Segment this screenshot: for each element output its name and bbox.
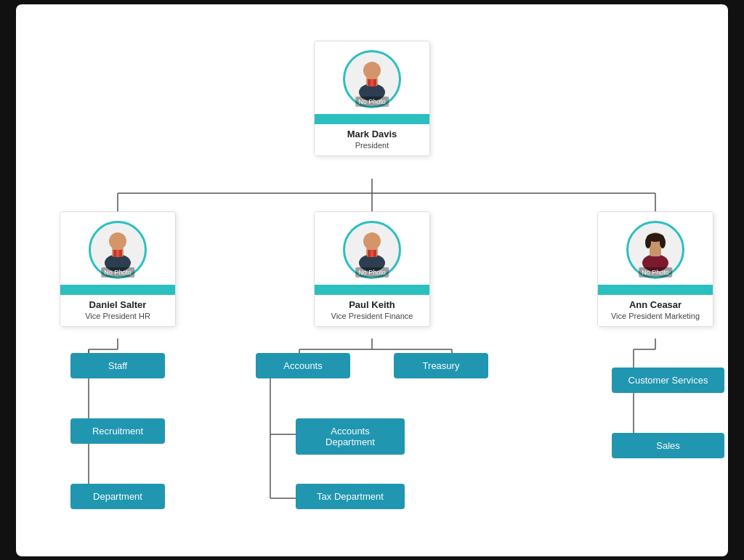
vp-marketing-teal-bar [598, 285, 713, 295]
org-chart-container: No Photo Mark Davis President [16, 4, 728, 556]
vp-finance-name-area: Paul Keith Vice President Finance [315, 295, 429, 326]
recruitment-box: Recruitment [70, 418, 165, 444]
sales-box: Sales [612, 433, 724, 458]
svg-point-47 [645, 237, 651, 248]
treasury-box: Treasury [394, 353, 488, 378]
president-person-icon [350, 57, 394, 101]
staff-box: Staff [70, 353, 165, 378]
president-name-area: Mark Davis President [315, 124, 429, 155]
vp-hr-avatar-area: No Photo [60, 212, 175, 279]
president-teal-bar [315, 114, 429, 124]
vp-hr-title: Vice President HR [63, 312, 172, 320]
vp-marketing-title: Vice President Marketing [601, 312, 710, 320]
vp-finance-card: No Photo Paul Keith Vice President Finan… [314, 211, 430, 327]
vp-marketing-person-icon [634, 228, 677, 272]
vp-hr-no-photo: No Photo [101, 267, 134, 277]
vp-marketing-card: No Photo Ann Ceasar Vice President Marke… [597, 211, 713, 327]
department-box: Department [70, 484, 165, 509]
president-card: No Photo Mark Davis President [314, 41, 430, 156]
svg-rect-42 [371, 250, 373, 257]
tax-dept-box: Tax Department [296, 484, 405, 509]
vp-finance-name: Paul Keith [318, 299, 426, 310]
vp-marketing-avatar-area: No Photo [598, 212, 713, 279]
vp-hr-card: No Photo Daniel Salter Vice President HR [60, 211, 176, 327]
svg-rect-37 [116, 250, 119, 257]
vp-marketing-name: Ann Ceasar [601, 299, 710, 310]
vp-hr-person-icon [96, 228, 140, 272]
accounts-box: Accounts [256, 353, 350, 378]
president-avatar-area: No Photo [315, 41, 429, 108]
vp-finance-title: Vice President Finance [318, 312, 426, 320]
vp-marketing-name-area: Ann Ceasar Vice President Marketing [598, 295, 713, 326]
president-no-photo: No Photo [355, 97, 389, 107]
vp-finance-person-icon [350, 228, 394, 272]
president-title: President [318, 141, 426, 150]
vp-finance-teal-bar [315, 285, 429, 295]
svg-rect-45 [650, 246, 661, 256]
vp-marketing-no-photo: No Photo [639, 267, 672, 277]
vp-hr-name-area: Daniel Salter Vice President HR [60, 295, 175, 326]
vp-finance-avatar-area: No Photo [315, 212, 429, 279]
vp-hr-name: Daniel Salter [63, 299, 172, 310]
chart-wrap: No Photo Mark Davis President [31, 26, 713, 535]
vp-hr-teal-bar [60, 285, 175, 295]
vp-finance-no-photo: No Photo [355, 267, 389, 277]
svg-rect-32 [371, 79, 373, 86]
president-name: Mark Davis [318, 129, 426, 139]
svg-point-48 [660, 237, 666, 248]
customer-services-box: Customer Services [612, 368, 724, 393]
accounts-dept-box: Accounts Department [296, 418, 405, 455]
